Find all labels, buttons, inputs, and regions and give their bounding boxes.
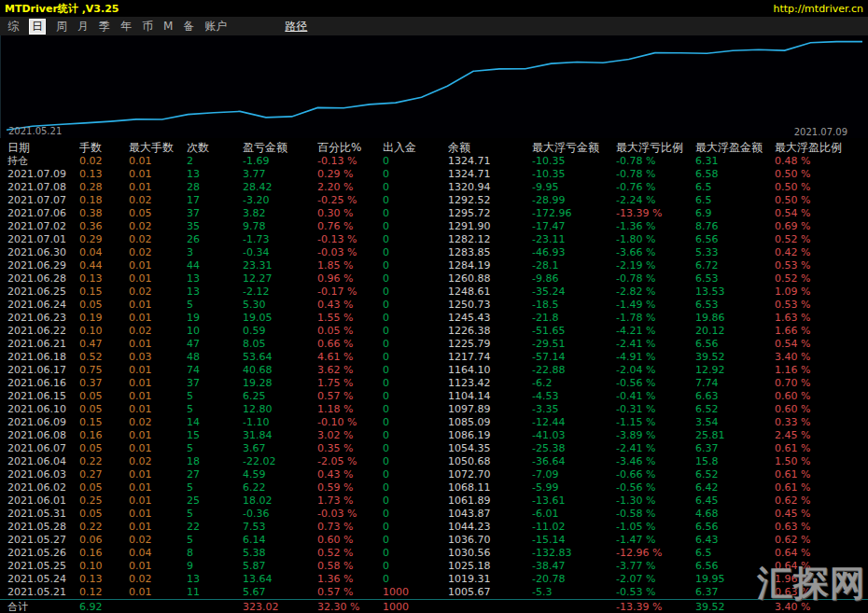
cell-max-lots: 0.01 bbox=[129, 364, 187, 377]
table-row[interactable]: 2021.07.090.130.01133.770.29 %01324.71-1… bbox=[0, 168, 868, 181]
menu-tabs: 综日周月季年币M备账户 bbox=[7, 19, 227, 35]
menu-item-m[interactable]: M bbox=[163, 20, 173, 34]
cell-balance: 1283.85 bbox=[448, 246, 532, 259]
table-row[interactable]: 持仓0.020.012-1.69-0.13 %01324.71-10.35-0.… bbox=[0, 155, 868, 168]
cell-date: 2021.05.24 bbox=[7, 573, 79, 586]
cell-max-float-loss: -25.38 bbox=[532, 442, 616, 455]
cell-date: 2021.05.31 bbox=[7, 508, 79, 521]
table-row[interactable]: 2021.07.010.290.0226-1.73-0.13 %01282.12… bbox=[0, 233, 868, 246]
table-row[interactable]: 2021.05.270.060.0256.140.60 %01036.70-15… bbox=[0, 534, 868, 547]
table-row[interactable]: 2021.05.280.220.01227.530.73 %01044.23-1… bbox=[0, 521, 868, 534]
table-row[interactable]: 2021.06.240.050.0155.300.43 %01250.73-18… bbox=[0, 299, 868, 312]
cell-lots: 0.15 bbox=[79, 416, 129, 429]
cell-count: 74 bbox=[187, 364, 243, 377]
table-row[interactable]: 2021.06.020.050.0156.220.59 %01068.11-5.… bbox=[0, 481, 868, 495]
menu-item-currency[interactable]: 币 bbox=[142, 20, 153, 34]
menu-item-monthly[interactable]: 月 bbox=[77, 20, 89, 34]
cell-date: 2021.06.09 bbox=[7, 416, 79, 429]
menu-item-backup[interactable]: 备 bbox=[183, 20, 194, 34]
column-header-max-float-loss-pct[interactable]: 最大浮亏比例 bbox=[616, 140, 695, 155]
table-row[interactable]: 2021.06.180.520.034853.644.61 %01217.74-… bbox=[0, 351, 868, 364]
table-row[interactable]: 2021.07.080.280.012828.422.20 %01320.94-… bbox=[0, 181, 868, 194]
column-header-count[interactable]: 次数 bbox=[187, 140, 243, 155]
cell-max-float-loss: -23.11 bbox=[532, 233, 616, 246]
table-row[interactable]: 2021.06.040.220.0218-22.02-2.05 %01050.6… bbox=[0, 455, 868, 468]
cell-pl-percent: 1.73 % bbox=[317, 495, 383, 508]
cell-max-float-loss-pct: -0.31 % bbox=[616, 403, 695, 416]
cell-pl-amount: 12.27 bbox=[243, 272, 317, 286]
cell-max-float-loss: -18.5 bbox=[532, 299, 616, 312]
cell-balance: 1260.88 bbox=[448, 272, 532, 286]
column-header-date[interactable]: 日期 bbox=[7, 140, 79, 155]
cell-max-float-loss: -10.35 bbox=[532, 155, 616, 168]
table-row[interactable]: 2021.06.090.150.0214-1.10-0.10 %01085.09… bbox=[0, 416, 868, 429]
table-row[interactable]: 2021.06.080.160.011531.843.02 %01086.19-… bbox=[0, 429, 868, 442]
table-row[interactable]: 2021.06.150.050.0156.250.57 %01104.14-4.… bbox=[0, 390, 868, 403]
cell-max-float-loss-pct: -2.19 % bbox=[616, 259, 695, 272]
menu-item-yearly[interactable]: 年 bbox=[120, 20, 132, 34]
table-row[interactable]: 2021.06.070.050.0153.670.35 %01054.35-25… bbox=[0, 442, 868, 455]
table-row[interactable]: 2021.06.250.150.0213-2.12-0.17 %01248.61… bbox=[0, 286, 868, 299]
menu-item-weekly[interactable]: 周 bbox=[56, 20, 67, 34]
column-header-balance[interactable]: 余额 bbox=[448, 140, 532, 155]
table-row[interactable]: 2021.06.300.040.023-0.34-0.03 %01283.85-… bbox=[0, 246, 868, 259]
cell-balance: 1061.89 bbox=[448, 495, 532, 508]
table-row[interactable]: 2021.06.170.750.017440.683.62 %01164.10-… bbox=[0, 364, 868, 377]
table-row[interactable]: 2021.06.030.270.01274.590.43 %01072.70-7… bbox=[0, 468, 868, 481]
column-header-max-float-loss[interactable]: 最大浮亏金额 bbox=[532, 140, 616, 155]
table-row[interactable]: 2021.05.310.050.015-0.36-0.03 %01043.87-… bbox=[0, 508, 868, 521]
cell-balance: 1030.56 bbox=[448, 547, 532, 560]
menu-item-daily[interactable]: 日 bbox=[29, 19, 46, 35]
cell-max-float-profit: 6.52 bbox=[695, 403, 775, 416]
column-header-pl-amount[interactable]: 盈亏金额 bbox=[243, 140, 317, 155]
cell-balance: 1097.89 bbox=[448, 403, 532, 416]
table-row[interactable]: 2021.06.220.100.02100.590.05 %01226.38-5… bbox=[0, 325, 868, 338]
cell-max-lots: 0.01 bbox=[129, 312, 187, 325]
cell-cash-flow: 1000 bbox=[383, 586, 448, 599]
table-row[interactable]: 2021.07.020.360.02359.780.76 %01291.90-1… bbox=[0, 220, 868, 233]
column-header-max-float-profit[interactable]: 最大浮盈金额 bbox=[695, 140, 775, 155]
table-row[interactable]: 2021.06.010.250.012518.021.73 %01061.89-… bbox=[0, 495, 868, 508]
table-row[interactable]: 2021.07.070.180.0217-3.20-0.25 %01292.52… bbox=[0, 194, 868, 207]
path-link[interactable]: 路径 bbox=[285, 19, 307, 35]
table-row[interactable]: 2021.06.230.190.011919.051.55 %01245.43-… bbox=[0, 312, 868, 325]
cell-pl-percent: -0.25 % bbox=[317, 194, 383, 207]
menu-item-summary[interactable]: 综 bbox=[7, 20, 19, 34]
cell-max-float-profit-pct: 0.42 % bbox=[775, 246, 868, 259]
menu-item-quarterly[interactable]: 季 bbox=[99, 20, 110, 34]
column-header-max-lots[interactable]: 最大手数 bbox=[129, 140, 187, 155]
cell-pl-amount: 40.68 bbox=[243, 364, 317, 377]
app-title: MTDriver统计 ,V3.25 bbox=[5, 2, 119, 16]
column-header-lots[interactable]: 手数 bbox=[79, 140, 129, 155]
table-row[interactable]: 2021.06.100.050.01512.801.18 %01097.89-3… bbox=[0, 403, 868, 416]
balance-curve-line bbox=[7, 42, 862, 131]
cell-cash-flow: 0 bbox=[383, 207, 448, 220]
cell-pl-amount: 23.31 bbox=[243, 259, 317, 272]
cell-date: 2021.05.27 bbox=[7, 534, 79, 547]
site-url-link[interactable]: http://mtdriver.cn bbox=[773, 3, 863, 15]
cell-pl-amount: 5.38 bbox=[243, 547, 317, 560]
cell-max-lots: 0.01 bbox=[129, 429, 187, 442]
cell-max-float-profit-pct: 0.54 % bbox=[775, 338, 868, 351]
cell-pl-percent: 0.52 % bbox=[317, 547, 383, 560]
table-row[interactable]: 2021.05.210.120.01115.670.57 %10001005.6… bbox=[0, 586, 868, 599]
table-row[interactable]: 2021.05.240.130.021313.641.36 %01019.31-… bbox=[0, 573, 868, 586]
column-header-pl-percent[interactable]: 百分比% bbox=[317, 140, 383, 155]
table-row[interactable]: 2021.06.160.370.013719.281.75 %01123.42-… bbox=[0, 377, 868, 390]
cell-max-lots: 0.02 bbox=[129, 246, 187, 259]
table-row[interactable]: 2021.06.280.130.011312.270.96 %01260.88-… bbox=[0, 272, 868, 286]
table-row[interactable]: 2021.05.260.160.0485.380.52 %01030.56-13… bbox=[0, 547, 868, 560]
table-row[interactable]: 2021.05.250.100.0195.870.58 %01025.18-38… bbox=[0, 560, 868, 573]
menu-item-account[interactable]: 账户 bbox=[204, 20, 227, 34]
cell-cash-flow: 0 bbox=[383, 351, 448, 364]
table-row[interactable]: 2021.06.290.440.014423.311.85 %01284.19-… bbox=[0, 259, 868, 272]
cell-balance: 1054.35 bbox=[448, 442, 532, 455]
column-header-max-float-profit-pct[interactable]: 最大浮盈比例 bbox=[775, 140, 868, 155]
cell-lots: 0.02 bbox=[79, 155, 129, 168]
table-row[interactable]: 2021.06.210.470.01478.050.66 %01225.79-2… bbox=[0, 338, 868, 351]
cell-date: 2021.06.01 bbox=[7, 495, 79, 508]
column-header-cash-flow[interactable]: 出入金 bbox=[383, 140, 448, 155]
cell-max-lots: 0.01 bbox=[129, 442, 187, 455]
cell-pl-amount: 5.30 bbox=[243, 299, 317, 312]
table-row[interactable]: 2021.07.060.380.05373.820.30 %01295.72-1… bbox=[0, 207, 868, 220]
